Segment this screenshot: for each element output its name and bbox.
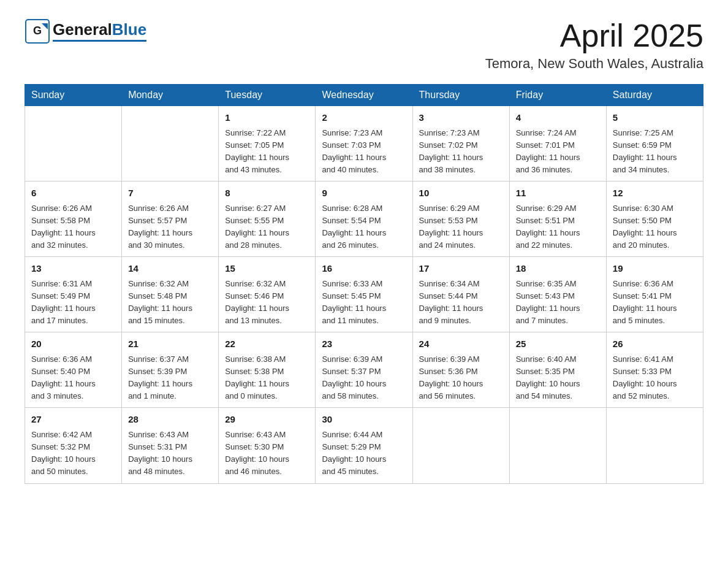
day-info: Sunrise: 6:32 AM Sunset: 5:46 PM Dayligh… [225,278,309,327]
weekday-header-friday: Friday [509,85,606,106]
day-number: 27 [31,413,115,427]
calendar-cell: 12Sunrise: 6:30 AM Sunset: 5:50 PM Dayli… [606,182,703,257]
calendar-cell: 28Sunrise: 6:43 AM Sunset: 5:31 PM Dayli… [122,408,219,483]
day-number: 22 [225,337,309,351]
day-number: 1 [225,111,309,125]
calendar-cell: 8Sunrise: 6:27 AM Sunset: 5:55 PM Daylig… [219,182,316,257]
day-info: Sunrise: 6:30 AM Sunset: 5:50 PM Dayligh… [613,202,697,252]
calendar-cell: 19Sunrise: 6:36 AM Sunset: 5:41 PM Dayli… [606,257,703,332]
calendar-cell: 29Sunrise: 6:43 AM Sunset: 5:30 PM Dayli… [219,408,316,483]
day-info: Sunrise: 6:36 AM Sunset: 5:40 PM Dayligh… [31,353,115,403]
day-number: 28 [128,413,212,427]
logo-general-text: General [53,20,112,39]
day-number: 19 [613,262,697,276]
day-number: 4 [516,111,600,125]
svg-text:G: G [33,25,42,37]
calendar-cell: 11Sunrise: 6:29 AM Sunset: 5:51 PM Dayli… [509,182,606,257]
day-info: Sunrise: 6:44 AM Sunset: 5:29 PM Dayligh… [322,429,406,478]
day-info: Sunrise: 6:29 AM Sunset: 5:51 PM Dayligh… [516,202,600,252]
day-info: Sunrise: 6:35 AM Sunset: 5:43 PM Dayligh… [516,278,600,327]
day-info: Sunrise: 6:39 AM Sunset: 5:36 PM Dayligh… [419,353,503,403]
calendar-cell: 21Sunrise: 6:37 AM Sunset: 5:39 PM Dayli… [122,332,219,408]
day-info: Sunrise: 6:34 AM Sunset: 5:44 PM Dayligh… [419,278,503,327]
day-info: Sunrise: 6:42 AM Sunset: 5:32 PM Dayligh… [31,429,115,478]
day-number: 9 [322,186,406,201]
calendar-cell [412,408,509,483]
calendar-cell: 15Sunrise: 6:32 AM Sunset: 5:46 PM Dayli… [219,257,316,332]
calendar-cell: 3Sunrise: 7:23 AM Sunset: 7:02 PM Daylig… [412,106,509,182]
calendar-cell: 22Sunrise: 6:38 AM Sunset: 5:38 PM Dayli… [219,332,316,408]
logo-blue-text: Blue [112,20,146,39]
day-info: Sunrise: 6:41 AM Sunset: 5:33 PM Dayligh… [613,353,697,403]
logo-icon: G [25,18,50,44]
day-info: Sunrise: 6:33 AM Sunset: 5:45 PM Dayligh… [322,278,406,327]
calendar-week-row: 13Sunrise: 6:31 AM Sunset: 5:49 PM Dayli… [25,257,703,332]
calendar-cell: 27Sunrise: 6:42 AM Sunset: 5:32 PM Dayli… [25,408,122,483]
day-info: Sunrise: 7:25 AM Sunset: 6:59 PM Dayligh… [613,127,697,177]
calendar-cell: 14Sunrise: 6:32 AM Sunset: 5:48 PM Dayli… [122,257,219,332]
calendar-cell [606,408,703,483]
calendar-cell [122,106,219,182]
calendar-cell: 23Sunrise: 6:39 AM Sunset: 5:37 PM Dayli… [316,332,412,408]
location-title: Temora, New South Wales, Australia [485,56,703,72]
calendar-cell: 25Sunrise: 6:40 AM Sunset: 5:35 PM Dayli… [509,332,606,408]
day-number: 17 [419,262,503,276]
day-number: 10 [419,186,503,201]
day-number: 18 [516,262,600,276]
calendar-cell: 4Sunrise: 7:24 AM Sunset: 7:01 PM Daylig… [509,106,606,182]
calendar-cell: 6Sunrise: 6:26 AM Sunset: 5:58 PM Daylig… [25,182,122,257]
svg-marker-2 [42,23,48,29]
weekday-header-saturday: Saturday [606,85,703,106]
day-number: 3 [419,111,503,125]
calendar-table: SundayMondayTuesdayWednesdayThursdayFrid… [25,84,703,483]
calendar-cell: 7Sunrise: 6:26 AM Sunset: 5:57 PM Daylig… [122,182,219,257]
day-number: 26 [613,337,697,351]
weekday-header-monday: Monday [122,85,219,106]
day-info: Sunrise: 6:28 AM Sunset: 5:54 PM Dayligh… [322,202,406,252]
calendar-cell [509,408,606,483]
calendar-header-row: SundayMondayTuesdayWednesdayThursdayFrid… [25,85,703,106]
calendar-cell: 26Sunrise: 6:41 AM Sunset: 5:33 PM Dayli… [606,332,703,408]
day-number: 29 [225,413,309,427]
day-info: Sunrise: 6:26 AM Sunset: 5:58 PM Dayligh… [31,202,115,252]
page-header: G GeneralBlue April 2025 Temora, New Sou… [25,18,703,72]
day-info: Sunrise: 6:37 AM Sunset: 5:39 PM Dayligh… [128,353,212,403]
day-number: 24 [419,337,503,351]
day-info: Sunrise: 6:40 AM Sunset: 5:35 PM Dayligh… [516,353,600,403]
day-info: Sunrise: 6:38 AM Sunset: 5:38 PM Dayligh… [225,353,309,403]
day-info: Sunrise: 6:31 AM Sunset: 5:49 PM Dayligh… [31,278,115,327]
day-number: 5 [613,111,697,125]
calendar-week-row: 6Sunrise: 6:26 AM Sunset: 5:58 PM Daylig… [25,182,703,257]
day-number: 15 [225,262,309,276]
day-info: Sunrise: 6:39 AM Sunset: 5:37 PM Dayligh… [322,353,406,403]
day-number: 12 [613,186,697,201]
calendar-cell: 13Sunrise: 6:31 AM Sunset: 5:49 PM Dayli… [25,257,122,332]
day-number: 20 [31,337,115,351]
day-number: 25 [516,337,600,351]
calendar-cell: 18Sunrise: 6:35 AM Sunset: 5:43 PM Dayli… [509,257,606,332]
day-number: 14 [128,262,212,276]
day-number: 8 [225,186,309,201]
day-info: Sunrise: 6:32 AM Sunset: 5:48 PM Dayligh… [128,278,212,327]
title-section: April 2025 Temora, New South Wales, Aust… [485,18,703,72]
day-number: 21 [128,337,212,351]
calendar-cell: 2Sunrise: 7:23 AM Sunset: 7:03 PM Daylig… [316,106,412,182]
day-number: 23 [322,337,406,351]
day-info: Sunrise: 7:24 AM Sunset: 7:01 PM Dayligh… [516,127,600,177]
logo: G GeneralBlue [25,18,146,44]
month-title: April 2025 [485,18,703,53]
day-number: 6 [31,186,115,201]
day-number: 2 [322,111,406,125]
day-info: Sunrise: 7:22 AM Sunset: 7:05 PM Dayligh… [225,127,309,177]
weekday-header-thursday: Thursday [412,85,509,106]
day-info: Sunrise: 6:43 AM Sunset: 5:30 PM Dayligh… [225,429,309,478]
day-info: Sunrise: 6:36 AM Sunset: 5:41 PM Dayligh… [613,278,697,327]
weekday-header-wednesday: Wednesday [316,85,412,106]
weekday-header-sunday: Sunday [25,85,122,106]
day-info: Sunrise: 6:27 AM Sunset: 5:55 PM Dayligh… [225,202,309,252]
calendar-week-row: 20Sunrise: 6:36 AM Sunset: 5:40 PM Dayli… [25,332,703,408]
day-number: 11 [516,186,600,201]
calendar-cell [25,106,122,182]
calendar-week-row: 27Sunrise: 6:42 AM Sunset: 5:32 PM Dayli… [25,408,703,483]
calendar-cell: 24Sunrise: 6:39 AM Sunset: 5:36 PM Dayli… [412,332,509,408]
